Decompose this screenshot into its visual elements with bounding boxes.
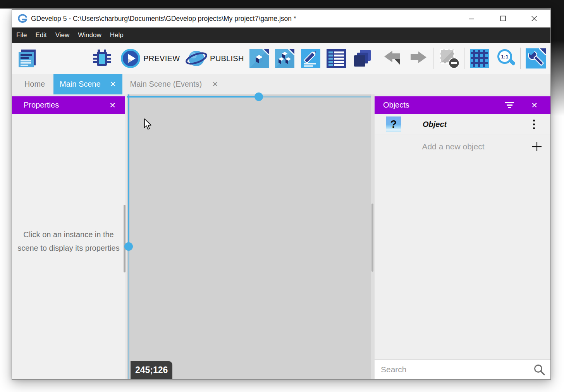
redo-arrow-icon <box>409 50 428 67</box>
publish-button[interactable]: PUBLISH <box>186 48 244 68</box>
menu-bar: File Edit View Window Help <box>12 27 550 43</box>
properties-panel-title: Properties <box>24 101 109 110</box>
canvas-hscroll-track-filled <box>127 96 259 98</box>
search-input[interactable] <box>375 365 533 374</box>
close-icon[interactable]: ✕ <box>109 101 116 110</box>
preview-button[interactable]: PREVIEW <box>120 48 180 68</box>
tab-home[interactable]: Home <box>16 74 53 94</box>
scenes-layers-button[interactable] <box>352 49 372 68</box>
project-manager-button[interactable] <box>18 49 36 68</box>
object-name: Object <box>423 120 447 129</box>
minimize-button[interactable] <box>460 10 483 27</box>
undo-button[interactable] <box>383 50 402 67</box>
scene-canvas[interactable]: 245;126 <box>127 94 371 379</box>
add-object-label: Add a new object <box>375 142 532 151</box>
tab-bar: Home Main Scene ✕ Main Scene (Events) ✕ <box>12 74 550 94</box>
desktop-dark-strip-right <box>551 0 564 116</box>
tab-close-icon[interactable]: ✕ <box>110 80 116 88</box>
wrench-icon <box>526 48 546 68</box>
canvas-vscroll-track <box>128 246 129 379</box>
app-window: GDevelop 5 - C:\Users\charburg\Documents… <box>12 9 551 380</box>
tab-events-label: Main Scene (Events) <box>130 80 202 89</box>
canvas-scrollbar-gutter <box>371 94 375 379</box>
tab-home-label: Home <box>24 80 45 89</box>
objects-panel-header: Objects ✕ <box>375 96 550 114</box>
undo-arrow-icon <box>383 50 402 67</box>
debugger-button[interactable] <box>93 49 111 68</box>
toolbar: PREVIEW PUBLISH <box>12 43 550 74</box>
grid-icon <box>470 49 489 68</box>
toolbar-separator <box>464 48 464 69</box>
toggle-grid-button[interactable] <box>470 49 489 68</box>
gdevelop-logo-icon <box>17 14 28 24</box>
object-unknown-icon: ? <box>386 116 401 132</box>
objects-panel-title: Objects <box>383 101 505 110</box>
redo-button[interactable] <box>409 50 428 67</box>
clear-selection-button[interactable] <box>439 48 460 69</box>
layers-icon <box>352 49 372 68</box>
events-sheet-button[interactable] <box>327 49 346 68</box>
object-list-item[interactable]: ? Object <box>375 114 550 135</box>
deselect-icon <box>439 48 460 69</box>
canvas-hscroll-thumb[interactable] <box>254 92 263 101</box>
close-icon[interactable]: ✕ <box>531 101 538 110</box>
cursor-coordinates-badge: 245;126 <box>131 361 172 379</box>
menu-help[interactable]: Help <box>106 27 128 43</box>
kebab-menu-icon[interactable] <box>531 117 536 132</box>
mouse-cursor-icon <box>144 118 153 133</box>
menu-edit[interactable]: Edit <box>31 27 51 43</box>
desktop-background: GDevelop 5 - C:\Users\charburg\Documents… <box>0 0 564 392</box>
tab-close-icon[interactable]: ✕ <box>212 80 218 88</box>
toolbar-separator <box>520 48 521 69</box>
close-button[interactable] <box>523 10 546 27</box>
project-manager-icon <box>18 49 36 68</box>
events-list-icon <box>327 49 346 68</box>
search-icon[interactable] <box>533 363 545 376</box>
debugger-bug-icon <box>93 49 111 68</box>
canvas-hscroll-track <box>259 96 371 98</box>
add-plus-icon[interactable] <box>532 142 542 152</box>
zoom-original-button[interactable]: 1:1 <box>495 48 516 69</box>
add-object-row[interactable]: Add a new object <box>375 135 550 158</box>
toolbar-separator <box>377 48 377 69</box>
filter-icon[interactable] <box>505 102 514 108</box>
tab-main-scene-events[interactable]: Main Scene (Events) ✕ <box>122 74 226 94</box>
properties-scrollbar-thumb[interactable] <box>124 205 126 272</box>
canvas-vscroll-track-filled <box>128 94 129 246</box>
instances-cubes-icon <box>275 49 294 68</box>
canvas-gutter-scrollbar-thumb[interactable] <box>371 204 373 272</box>
tab-main-scene[interactable]: Main Scene ✕ <box>53 74 122 94</box>
scene-settings-button[interactable] <box>526 48 546 68</box>
desktop-dark-strip-top <box>0 0 564 9</box>
instances-list-button[interactable] <box>275 49 294 68</box>
properties-panel-header: Properties ✕ <box>12 96 125 114</box>
pencil-icon <box>301 49 320 68</box>
objects-search-bar <box>375 359 550 379</box>
menu-window[interactable]: Window <box>74 27 105 43</box>
publish-label: PUBLISH <box>210 54 244 63</box>
edit-scene-button[interactable] <box>301 49 320 68</box>
properties-empty-message: Click on an instance in the scene to dis… <box>17 228 120 255</box>
preview-play-icon <box>120 48 141 68</box>
toolbar-separator <box>433 48 433 69</box>
objects-panel: Objects ✕ ? Object Add a new object <box>375 96 550 379</box>
object-cube-icon <box>249 49 269 68</box>
preview-label: PREVIEW <box>143 54 180 63</box>
zoom-1-1-icon: 1:1 <box>495 48 516 69</box>
menu-file[interactable]: File <box>12 27 31 43</box>
window-titlebar: GDevelop 5 - C:\Users\charburg\Documents… <box>12 10 550 27</box>
objects-editor-button[interactable] <box>249 49 269 68</box>
window-title: GDevelop 5 - C:\Users\charburg\Documents… <box>31 15 296 23</box>
tab-main-scene-label: Main Scene <box>60 80 101 89</box>
svg-text:1:1: 1:1 <box>501 54 509 60</box>
canvas-vscroll-thumb[interactable] <box>124 242 133 251</box>
menu-view[interactable]: View <box>51 27 74 43</box>
properties-panel: Properties ✕ Click on an instance in the… <box>12 96 125 379</box>
publish-globe-icon <box>186 48 207 68</box>
main-content: Properties ✕ Click on an instance in the… <box>12 94 550 379</box>
maximize-button[interactable] <box>492 10 515 27</box>
